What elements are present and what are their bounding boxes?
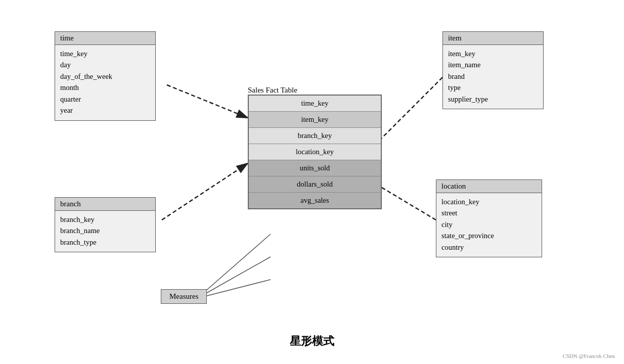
svg-line-6 — [197, 280, 271, 298]
fact-row-dollars-sold: dollars_sold — [249, 176, 381, 193]
caption: 星形模式 — [0, 334, 624, 349]
time-field-1: time_key — [60, 48, 150, 59]
time-field-5: quarter — [60, 94, 150, 105]
watermark: CSDN @Francek Chen — [562, 353, 615, 359]
measures-label: Measures — [169, 292, 198, 300]
fact-row-branch-key: branch_key — [249, 128, 381, 144]
time-table-body: time_key day day_of_the_week month quart… — [55, 45, 155, 120]
fact-table: Sales Fact Table time_key item_key branc… — [248, 86, 382, 209]
svg-line-2 — [162, 163, 248, 220]
item-field-2: item_name — [448, 59, 538, 70]
fact-row-avg-sales: avg_sales — [249, 193, 381, 208]
fact-row-location-key: location_key — [249, 144, 381, 160]
svg-line-5 — [197, 257, 271, 298]
diagram-container: time time_key day day_of_the_week month … — [0, 0, 624, 364]
time-field-4: month — [60, 82, 150, 93]
fact-row-item-key: item_key — [249, 112, 381, 128]
svg-line-4 — [197, 234, 271, 298]
time-field-2: day — [60, 59, 150, 70]
svg-line-3 — [379, 186, 436, 220]
location-field-2: street — [441, 207, 537, 218]
fact-row-units-sold: units_sold — [249, 160, 381, 176]
time-table-title: time — [55, 32, 155, 45]
item-field-1: item_key — [448, 48, 538, 59]
branch-field-2: branch_name — [60, 225, 150, 236]
fact-table-title: Sales Fact Table — [248, 86, 382, 95]
item-field-5: supplier_type — [448, 94, 538, 105]
item-table-title: item — [443, 32, 543, 45]
location-table: location location_key street city state_… — [436, 179, 542, 257]
location-field-3: city — [441, 219, 537, 230]
svg-line-1 — [379, 77, 442, 141]
measures-box: Measures — [161, 289, 207, 304]
location-field-1: location_key — [441, 196, 537, 207]
location-field-4: state_or_province — [441, 230, 537, 241]
time-field-6: year — [60, 105, 150, 116]
fact-row-time-key: time_key — [249, 96, 381, 112]
location-table-body: location_key street city state_or_provin… — [436, 193, 542, 257]
item-field-4: type — [448, 82, 538, 93]
item-table: item item_key item_name brand type suppl… — [442, 31, 544, 109]
time-table: time time_key day day_of_the_week month … — [55, 31, 156, 121]
item-field-3: brand — [448, 71, 538, 82]
location-field-5: country — [441, 242, 537, 253]
location-table-title: location — [436, 180, 542, 193]
branch-field-3: branch_type — [60, 237, 150, 248]
svg-line-0 — [167, 85, 248, 118]
branch-table: branch branch_key branch_name branch_typ… — [55, 197, 156, 252]
branch-field-1: branch_key — [60, 214, 150, 225]
branch-table-body: branch_key branch_name branch_type — [55, 211, 155, 252]
time-field-3: day_of_the_week — [60, 71, 150, 82]
item-table-body: item_key item_name brand type supplier_t… — [443, 45, 543, 109]
branch-table-title: branch — [55, 198, 155, 211]
